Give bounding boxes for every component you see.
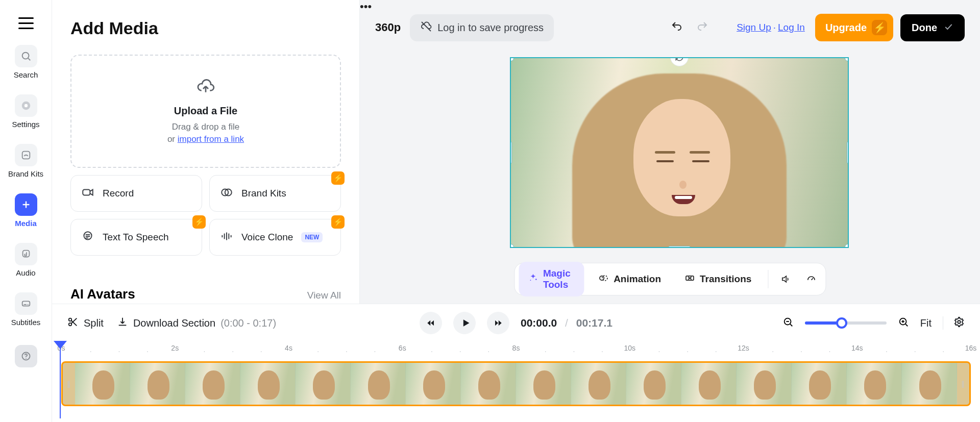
svg-line-25: [422, 22, 431, 31]
svg-line-1: [28, 58, 30, 60]
resize-handle[interactable]: [510, 141, 512, 164]
rail-label: Brand Kits: [8, 169, 43, 178]
sign-up-link[interactable]: Sign Up: [737, 22, 771, 33]
left-rail: Search Settings Brand Kits Media Audio: [0, 0, 52, 422]
import-link[interactable]: import from a link: [178, 134, 244, 144]
rail-help[interactable]: [0, 345, 52, 367]
svg-point-42: [958, 320, 961, 324]
ruler-minor-tick: ·: [346, 347, 348, 355]
resize-handle[interactable]: [510, 57, 514, 61]
rail-search[interactable]: Search: [0, 45, 52, 79]
menu-icon[interactable]: [18, 17, 34, 30]
magic-tools-label: Magic Tools: [543, 268, 575, 290]
animation-button[interactable]: Animation: [589, 267, 670, 292]
rail-media[interactable]: Media: [0, 193, 52, 228]
volume-button[interactable]: [775, 269, 796, 289]
voice-clone-card[interactable]: Voice Clone NEW ⚡: [209, 219, 341, 256]
speed-button[interactable]: [801, 269, 821, 289]
split-button[interactable]: Split: [67, 316, 104, 330]
brand-kits-card[interactable]: Brand Kits ⚡: [209, 175, 341, 212]
timeline-ruler[interactable]: 0s···2s···4s···6s···8s···10s···12s···14s…: [61, 342, 971, 358]
ruler-label: 6s: [399, 344, 406, 352]
clip-toolbar: Magic Tools Animation Transitions: [514, 263, 826, 295]
ruler-label: 12s: [738, 344, 749, 352]
preview-content: [557, 57, 802, 247]
preview-canvas[interactable]: 360p Log in to save progress: [359, 0, 980, 304]
zoom-slider[interactable]: [805, 321, 887, 325]
sparkle-icon: [528, 273, 538, 286]
svg-point-32: [69, 322, 72, 326]
brand-kits-card-icon: [220, 186, 233, 201]
timeline-clip[interactable]: ∥ ∥: [61, 361, 971, 406]
skip-forward-button[interactable]: [487, 312, 509, 334]
upload-subtext: Drag & drop a file or import from a link: [167, 121, 244, 145]
svg-point-0: [22, 53, 29, 59]
svg-point-26: [535, 279, 537, 280]
ruler-minor-tick: ·: [459, 347, 461, 355]
ruler-minor-tick: ·: [317, 347, 319, 355]
ruler-minor-tick: ·: [829, 347, 831, 355]
check-icon: [943, 21, 953, 34]
clip-thumb: [130, 363, 185, 405]
clip-trim-right[interactable]: ∥: [957, 363, 969, 405]
rail-brandkits[interactable]: Brand Kits: [0, 144, 52, 178]
camera-icon: [81, 186, 94, 201]
upload-dropzone[interactable]: Upload a File Drag & drop a file or impo…: [70, 55, 341, 168]
undo-button[interactable]: [669, 20, 684, 35]
download-range: (0:00 - 0:17): [220, 317, 276, 329]
audio-note-icon: [15, 243, 37, 265]
login-hint-pill[interactable]: Log in to save progress: [410, 14, 554, 41]
record-card[interactable]: Record: [70, 175, 202, 212]
timeline-settings-button[interactable]: [943, 316, 965, 330]
svg-point-31: [69, 318, 72, 321]
upgrade-button[interactable]: Upgrade ⚡: [815, 14, 893, 41]
transitions-button[interactable]: Transitions: [675, 267, 761, 292]
resize-handle[interactable]: [668, 246, 691, 248]
clip-thumb: [351, 363, 406, 405]
download-section-button[interactable]: Download Section (0:00 - 0:17): [117, 316, 276, 330]
clip-thumb: [296, 363, 351, 405]
rail-settings[interactable]: Settings: [0, 94, 52, 129]
resize-handle[interactable]: [845, 244, 849, 248]
ruler-label: 16s: [965, 344, 977, 352]
panel-title: Add Media: [70, 18, 341, 38]
resolution-button[interactable]: 360p: [375, 21, 401, 34]
clip-thumb: [516, 363, 571, 405]
transitions-label: Transitions: [700, 274, 751, 285]
done-button[interactable]: Done: [900, 14, 965, 41]
cloud-off-icon: [420, 20, 432, 35]
svg-point-27: [530, 280, 531, 281]
magic-tools-button[interactable]: Magic Tools: [519, 262, 584, 296]
rail-label: Subtitles: [11, 318, 41, 327]
zoom-out-button[interactable]: [782, 316, 794, 330]
fit-button[interactable]: Fit: [920, 317, 932, 329]
tts-card[interactable]: Text To Speech ⚡: [70, 219, 202, 256]
video-preview[interactable]: [510, 57, 849, 248]
svg-line-37: [790, 324, 792, 326]
cloud-upload-icon: [195, 78, 216, 97]
redo-button: [695, 20, 710, 35]
rail-audio[interactable]: Audio: [0, 243, 52, 277]
avatars-heading: AI Avatars: [70, 286, 135, 302]
more-button[interactable]: •••: [360, 0, 980, 13]
svg-point-12: [26, 358, 27, 359]
ruler-minor-tick: ·: [886, 347, 888, 355]
resize-handle[interactable]: [847, 141, 849, 164]
play-button[interactable]: [453, 312, 476, 334]
duration: 00:17.1: [576, 317, 612, 329]
view-all-link[interactable]: View All: [307, 290, 341, 301]
ruler-minor-tick: ·: [487, 347, 489, 355]
skip-back-button[interactable]: [420, 312, 442, 334]
clip-trim-left[interactable]: ∥: [63, 363, 75, 405]
login-hint-text: Log in to save progress: [437, 22, 544, 34]
log-in-link[interactable]: Log In: [778, 22, 805, 33]
rail-subtitles[interactable]: Subtitles: [0, 292, 52, 327]
ruler-minor-tick: ·: [687, 347, 689, 355]
resize-handle[interactable]: [510, 244, 514, 248]
ruler-minor-tick: ·: [800, 347, 802, 355]
rail-label: Audio: [16, 268, 35, 277]
clip-thumb: [902, 363, 957, 405]
resize-handle[interactable]: [845, 57, 849, 61]
playhead[interactable]: [60, 341, 67, 349]
zoom-in-button[interactable]: [898, 316, 909, 330]
